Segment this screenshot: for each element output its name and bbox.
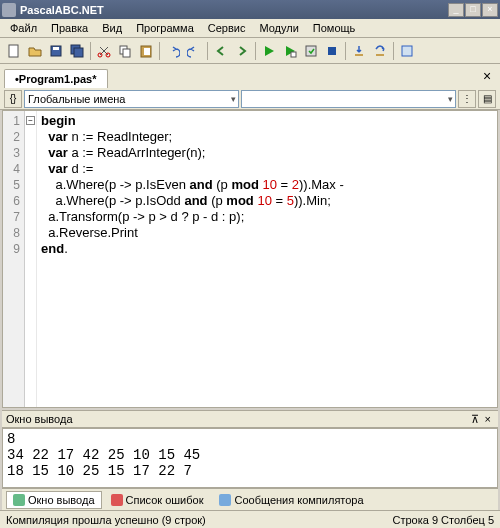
menu-help[interactable]: Помощь bbox=[307, 20, 362, 36]
svg-rect-12 bbox=[306, 46, 316, 56]
window-title: PascalABC.NET bbox=[20, 4, 448, 16]
menu-modules[interactable]: Модули bbox=[253, 20, 304, 36]
line-number: 8 bbox=[3, 225, 24, 241]
svg-rect-14 bbox=[355, 54, 363, 56]
menu-view[interactable]: Вид bbox=[96, 20, 128, 36]
paste-button[interactable] bbox=[136, 41, 156, 61]
run-noform-button[interactable] bbox=[280, 41, 300, 61]
line-number: 2 bbox=[3, 129, 24, 145]
svg-rect-11 bbox=[291, 52, 296, 57]
nav-back-button[interactable] bbox=[211, 41, 231, 61]
svg-rect-10 bbox=[144, 48, 150, 55]
svg-rect-2 bbox=[53, 47, 59, 50]
line-number: 9 bbox=[3, 241, 24, 257]
output-close-icon[interactable]: × bbox=[482, 413, 494, 425]
bottom-tab[interactable]: Список ошибок bbox=[104, 491, 211, 509]
tab-icon bbox=[13, 494, 25, 506]
nav-scope-icon[interactable]: {} bbox=[4, 90, 22, 108]
scope-label: Глобальные имена bbox=[28, 93, 126, 105]
menu-program[interactable]: Программа bbox=[130, 20, 200, 36]
tab-label: Список ошибок bbox=[126, 494, 204, 506]
fold-column: − bbox=[25, 111, 37, 407]
app-icon bbox=[2, 3, 16, 17]
close-button[interactable]: × bbox=[482, 3, 498, 17]
menu-service[interactable]: Сервис bbox=[202, 20, 252, 36]
form-designer-button[interactable] bbox=[397, 41, 417, 61]
close-tab-icon[interactable]: × bbox=[478, 68, 496, 86]
tab-icon bbox=[219, 494, 231, 506]
svg-rect-16 bbox=[402, 46, 412, 56]
output-title: Окно вывода bbox=[6, 413, 73, 425]
maximize-button[interactable]: □ bbox=[465, 3, 481, 17]
open-file-button[interactable] bbox=[25, 41, 45, 61]
cut-button[interactable] bbox=[94, 41, 114, 61]
line-number: 7 bbox=[3, 209, 24, 225]
svg-rect-0 bbox=[9, 45, 18, 57]
menu-edit[interactable]: Правка bbox=[45, 20, 94, 36]
status-right: Строка 9 Столбец 5 bbox=[392, 514, 494, 526]
code-content[interactable]: begin var n := ReadInteger; var a := Rea… bbox=[37, 111, 497, 407]
code-editor[interactable]: 123456789 − begin var n := ReadInteger; … bbox=[2, 110, 498, 408]
toolbar bbox=[0, 38, 500, 64]
menubar: Файл Правка Вид Программа Сервис Модули … bbox=[0, 19, 500, 38]
line-number: 1 bbox=[3, 113, 24, 129]
new-file-button[interactable] bbox=[4, 41, 24, 61]
svg-rect-13 bbox=[328, 47, 336, 55]
save-all-button[interactable] bbox=[67, 41, 87, 61]
status-left: Компиляция прошла успешно (9 строк) bbox=[6, 514, 206, 526]
bottom-tab[interactable]: Сообщения компилятора bbox=[212, 491, 370, 509]
compile-button[interactable] bbox=[301, 41, 321, 61]
svg-rect-4 bbox=[74, 48, 83, 57]
output-panel[interactable]: 8 34 22 17 42 25 10 15 45 18 15 10 25 15… bbox=[2, 428, 498, 488]
output-pin-icon[interactable]: ⊼ bbox=[468, 413, 482, 426]
minimize-button[interactable]: _ bbox=[448, 3, 464, 17]
member-dropdown[interactable] bbox=[241, 90, 456, 108]
stop-button[interactable] bbox=[322, 41, 342, 61]
line-number: 6 bbox=[3, 193, 24, 209]
tab-label: Сообщения компилятора bbox=[234, 494, 363, 506]
bottom-tab[interactable]: Окно вывода bbox=[6, 491, 102, 509]
line-number: 3 bbox=[3, 145, 24, 161]
nav-right-2[interactable]: ▤ bbox=[478, 90, 496, 108]
fold-toggle-icon[interactable]: − bbox=[26, 116, 35, 125]
redo-button[interactable] bbox=[184, 41, 204, 61]
tab-icon bbox=[111, 494, 123, 506]
bottom-tabs: Окно выводаСписок ошибокСообщения компил… bbox=[2, 488, 498, 510]
line-number: 5 bbox=[3, 177, 24, 193]
step-over-button[interactable] bbox=[370, 41, 390, 61]
line-number: 4 bbox=[3, 161, 24, 177]
line-gutter: 123456789 bbox=[3, 111, 25, 407]
copy-button[interactable] bbox=[115, 41, 135, 61]
nav-forward-button[interactable] bbox=[232, 41, 252, 61]
tab-label: Окно вывода bbox=[28, 494, 95, 506]
save-button[interactable] bbox=[46, 41, 66, 61]
nav-right-1[interactable]: ⋮ bbox=[458, 90, 476, 108]
undo-button[interactable] bbox=[163, 41, 183, 61]
document-tab[interactable]: •Program1.pas* bbox=[4, 69, 108, 88]
scope-dropdown[interactable]: Глобальные имена bbox=[24, 90, 239, 108]
run-button[interactable] bbox=[259, 41, 279, 61]
step-into-button[interactable] bbox=[349, 41, 369, 61]
svg-rect-15 bbox=[376, 54, 384, 56]
menu-file[interactable]: Файл bbox=[4, 20, 43, 36]
svg-rect-8 bbox=[123, 49, 130, 57]
